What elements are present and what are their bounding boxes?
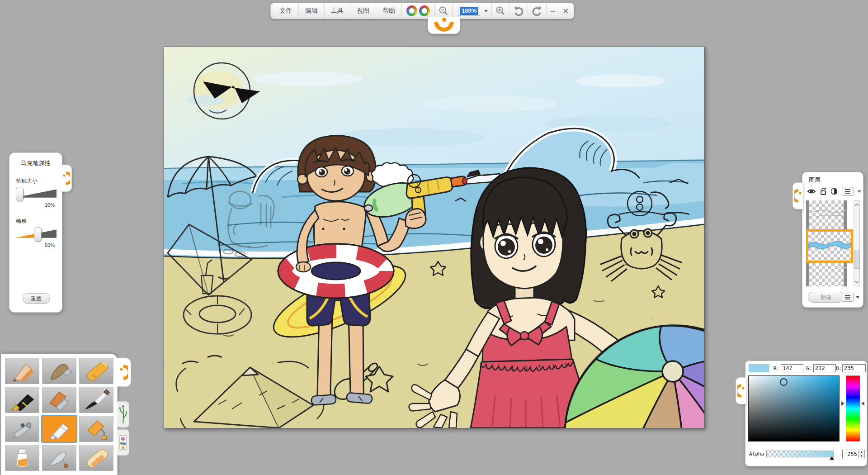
palette-tab-sticker-stamps[interactable] xyxy=(117,429,129,456)
tool-fountain-pen[interactable] xyxy=(5,387,39,413)
palette-tab-plant-stamps[interactable] xyxy=(117,401,129,428)
layer-row-water-selected[interactable] xyxy=(806,229,853,263)
chevron-down-icon xyxy=(484,10,488,12)
tool-eraser[interactable] xyxy=(79,445,113,471)
minimize-button[interactable]: – xyxy=(547,3,559,19)
layer-blend-menu-button[interactable] xyxy=(842,187,854,196)
layer-water-preview xyxy=(808,232,851,261)
palette-clown-handle[interactable] xyxy=(117,358,131,387)
tool-paint-roller[interactable] xyxy=(79,416,113,442)
lock-open-icon[interactable] xyxy=(820,188,826,195)
dilution-label: 稀释 xyxy=(16,218,62,225)
zoom-out-button[interactable] xyxy=(435,3,453,19)
layers-panel-handle[interactable] xyxy=(793,182,803,209)
tool-wood-nib-pen[interactable] xyxy=(42,358,76,384)
tool-marker-pen[interactable] xyxy=(42,416,76,442)
undo-icon xyxy=(513,5,524,16)
alpha-marker-icon[interactable] xyxy=(830,456,834,460)
undo-button[interactable] xyxy=(509,3,528,19)
clown-ear-icon xyxy=(120,364,128,381)
fountain-pen-icon xyxy=(8,389,36,411)
saturation-value-square[interactable] xyxy=(748,375,840,442)
dilution-handle[interactable] xyxy=(34,227,42,242)
brush-size-slider[interactable] xyxy=(15,187,57,200)
eraser-icon xyxy=(82,447,110,469)
clown-logo-tab[interactable] xyxy=(428,17,460,34)
clown-eye-right-icon xyxy=(419,5,430,16)
paint-roller-icon xyxy=(82,418,110,440)
scroll-up-icon[interactable] xyxy=(854,202,859,208)
g-input[interactable]: 212 xyxy=(813,364,836,372)
layer-row-bottom[interactable] xyxy=(806,263,847,286)
clown-ear-icon xyxy=(794,188,802,204)
pencil-icon xyxy=(8,360,36,382)
zoom-level-dropdown[interactable]: 100% xyxy=(453,3,492,19)
layer-list xyxy=(806,200,853,286)
layer-row-sketch[interactable] xyxy=(806,200,847,229)
zoom-in-button[interactable] xyxy=(492,3,509,19)
layer-sketch-preview xyxy=(809,200,850,229)
scroll-down-icon[interactable] xyxy=(854,279,859,285)
menu-view[interactable]: 视图 xyxy=(350,3,376,19)
close-button[interactable]: × xyxy=(559,3,572,19)
menu-edit[interactable]: 编辑 xyxy=(299,3,325,19)
hue-bar[interactable] xyxy=(846,375,860,442)
visibility-eye-icon[interactable] xyxy=(807,188,816,195)
alpha-spinner[interactable]: ▲▼ xyxy=(858,450,865,458)
menu-tools[interactable]: 工具 xyxy=(325,3,350,19)
zoom-in-icon xyxy=(495,6,505,16)
chevron-down-icon[interactable] xyxy=(858,190,861,193)
marker-pen-icon xyxy=(45,418,73,440)
r-input[interactable]: 147 xyxy=(781,364,803,372)
beach-scene-artwork xyxy=(164,47,704,428)
layer-scrollbar[interactable] xyxy=(854,200,860,286)
tool-ink-brush[interactable] xyxy=(79,387,113,413)
brush-size-value: 10% xyxy=(9,202,55,208)
r-label: R: xyxy=(774,366,779,371)
tool-pencil[interactable] xyxy=(5,358,39,384)
reset-button[interactable]: 重置 xyxy=(23,293,50,304)
color-panel-handle[interactable] xyxy=(736,377,746,404)
clown-eye-left-icon xyxy=(406,5,417,16)
alpha-value-input[interactable]: 255 xyxy=(842,450,859,458)
main-toolbar: 文件 编辑 工具 视图 帮助 100% xyxy=(270,3,574,19)
brush-size-label: 笔触大小 xyxy=(16,177,62,185)
clown-ear-icon xyxy=(737,383,745,399)
hue-marker-left-icon[interactable] xyxy=(841,401,844,406)
tool-paint-bottle[interactable] xyxy=(5,445,39,471)
menu-file[interactable]: 文件 xyxy=(273,3,299,19)
sticker-stamp-icon xyxy=(119,432,127,452)
tool-palette-panel xyxy=(1,354,118,475)
paint-brush-icon xyxy=(45,389,73,411)
b-input[interactable]: 235 xyxy=(842,364,866,372)
clown-nose-icon xyxy=(442,18,446,22)
b-label: B: xyxy=(836,366,842,371)
crayon-icon xyxy=(82,360,110,382)
menu-help[interactable]: 帮助 xyxy=(376,3,402,19)
hue-marker-right-icon[interactable] xyxy=(861,401,864,406)
marker-panel-handle[interactable] xyxy=(61,165,72,192)
layer-options-button[interactable] xyxy=(842,293,859,302)
alpha-label: Alpha xyxy=(749,451,764,457)
clown-logo-eyes xyxy=(402,3,435,19)
clown-smile-icon xyxy=(434,22,454,32)
dilution-slider[interactable] xyxy=(15,227,57,241)
wood-nib-icon xyxy=(45,360,73,382)
tool-airbrush[interactable] xyxy=(5,416,39,442)
opacity-half-circle-icon[interactable] xyxy=(830,188,838,195)
drawing-canvas[interactable] xyxy=(164,47,705,428)
brush-size-handle[interactable] xyxy=(16,187,24,201)
zoom-level-value: 100% xyxy=(460,7,478,15)
ink-brush-icon xyxy=(82,389,110,411)
redo-button[interactable] xyxy=(528,3,547,19)
marker-panel-title: 马克笔属性 xyxy=(9,159,62,167)
layer-scroll-thumb[interactable] xyxy=(854,250,860,269)
new-layer-button[interactable]: 新建 xyxy=(808,292,844,303)
tool-paint-brush[interactable] xyxy=(42,387,76,413)
tool-crayon[interactable] xyxy=(79,358,113,384)
alpha-slider[interactable] xyxy=(766,451,834,457)
sv-cursor-ring[interactable] xyxy=(780,378,788,386)
tool-palette-knife[interactable] xyxy=(42,445,76,471)
marker-properties-panel: 马克笔属性 笔触大小 10% 稀释 50% 重置 xyxy=(9,152,62,313)
chevron-down-icon xyxy=(856,296,859,299)
